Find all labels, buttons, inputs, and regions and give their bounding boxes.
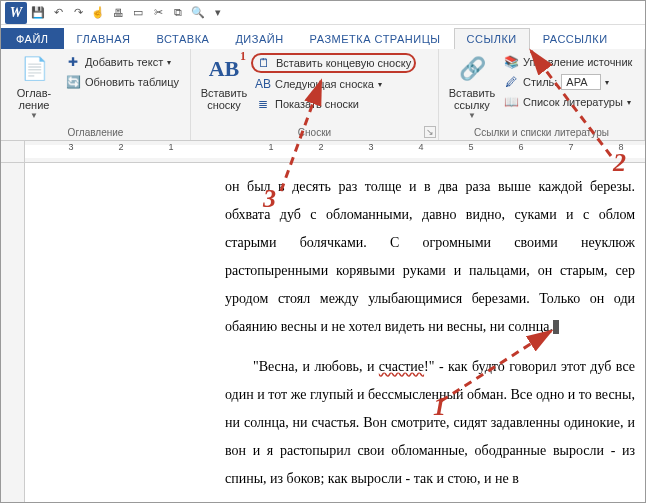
quick-access-toolbar: W 💾 ↶ ↷ ☝ 🖶 ▭ ✂ ⧉ 🔍 ▾ xyxy=(1,1,645,25)
group-toc-label: Оглавление xyxy=(7,125,184,140)
vertical-ruler[interactable] xyxy=(1,163,25,502)
save-icon[interactable]: 💾 xyxy=(29,4,47,22)
copy-icon[interactable]: ⧉ xyxy=(169,4,187,22)
group-footnotes: AB1 Вставить сноску 🗒 Вставить концевую … xyxy=(191,49,439,140)
tab-mailings[interactable]: РАССЫЛКИ xyxy=(530,28,621,49)
ribbon: 📄 Оглав- ление ▼ ✚ Добавить текст ▾ 🔄 Об… xyxy=(1,49,645,141)
citation-icon: 🔗 xyxy=(456,53,488,85)
document-area: он был в десять раз толще и в два раза в… xyxy=(1,163,645,502)
refresh-icon: 🔄 xyxy=(65,74,81,90)
endnote-icon: 🗒 xyxy=(256,55,272,71)
cut-icon[interactable]: ✂ xyxy=(149,4,167,22)
redo-icon[interactable]: ↷ xyxy=(69,4,87,22)
qat-more-icon[interactable]: ▾ xyxy=(209,4,227,22)
show-notes-label: Показать сноски xyxy=(275,98,359,110)
chevron-down-icon: ▾ xyxy=(167,58,171,67)
manage-sources-icon: 📚 xyxy=(503,54,519,70)
paragraph-1: он был в десять раз толще и в два раза в… xyxy=(225,173,635,341)
insert-endnote-label: Вставить концевую сноску xyxy=(276,57,411,69)
chevron-down-icon[interactable]: ▾ xyxy=(605,78,609,87)
new-doc-icon[interactable]: ▭ xyxy=(129,4,147,22)
footnotes-dialog-launcher[interactable]: ↘ xyxy=(424,126,436,138)
chevron-down-icon: ▼ xyxy=(468,111,476,120)
tab-insert[interactable]: ВСТАВКА xyxy=(144,28,223,49)
tab-home[interactable]: ГЛАВНАЯ xyxy=(64,28,144,49)
ruler-corner xyxy=(1,141,25,163)
touch-mode-icon[interactable]: ☝ xyxy=(89,4,107,22)
manage-sources-label: Управление источник xyxy=(523,56,632,68)
insert-citation-label: Вставить ссылку xyxy=(449,87,496,111)
footnote-badge: 1 xyxy=(240,49,246,64)
tab-references[interactable]: ССЫЛКИ xyxy=(454,28,530,49)
footnote-icon: AB1 xyxy=(208,53,240,85)
show-notes-button[interactable]: ≣ Показать сноски xyxy=(251,95,416,113)
horizontal-ruler[interactable]: 3 2 1 1 2 3 4 5 6 7 8 xyxy=(25,141,645,163)
ruler-area: 3 2 1 1 2 3 4 5 6 7 8 xyxy=(1,141,645,163)
paragraph-2: "Весна, и любовь, и счастие!" - как будт… xyxy=(225,353,635,493)
update-toc-label: Обновить таблицу xyxy=(85,76,179,88)
insert-citation-button[interactable]: 🔗 Вставить ссылку ▼ xyxy=(445,51,499,120)
bibliography-label: Список литературы xyxy=(523,96,623,108)
show-notes-icon: ≣ xyxy=(255,96,271,112)
find-icon[interactable]: 🔍 xyxy=(189,4,207,22)
tab-layout[interactable]: РАЗМЕТКА СТРАНИЦЫ xyxy=(297,28,454,49)
next-footnote-label: Следующая сноска xyxy=(275,78,374,90)
citation-style-row: 🖉 Стиль: APA ▾ xyxy=(499,73,636,91)
insert-endnote-button[interactable]: 🗒 Вставить концевую сноску xyxy=(251,53,416,73)
undo-icon[interactable]: ↶ xyxy=(49,4,67,22)
chevron-down-icon: ▾ xyxy=(627,98,631,107)
document-page[interactable]: он был в десять раз толще и в два раза в… xyxy=(25,163,645,502)
style-label: Стиль: xyxy=(523,76,557,88)
text-cursor xyxy=(553,320,559,334)
toc-icon: 📄 xyxy=(18,53,50,85)
bibliography-button[interactable]: 📖 Список литературы ▾ xyxy=(499,93,636,111)
spellcheck-squiggly: счастие xyxy=(379,359,424,374)
add-text-label: Добавить текст xyxy=(85,56,163,68)
next-footnote-button[interactable]: AB Следующая сноска ▾ xyxy=(251,75,416,93)
app-logo-icon: W xyxy=(5,2,27,24)
update-toc-button[interactable]: 🔄 Обновить таблицу xyxy=(61,73,183,91)
toc-label: Оглав- ление xyxy=(17,87,51,111)
insert-footnote-label: Вставить сноску xyxy=(201,87,248,111)
print-icon[interactable]: 🖶 xyxy=(109,4,127,22)
next-footnote-icon: AB xyxy=(255,76,271,92)
toc-button[interactable]: 📄 Оглав- ление ▼ xyxy=(7,51,61,120)
style-icon: 🖉 xyxy=(503,74,519,90)
insert-footnote-button[interactable]: AB1 Вставить сноску xyxy=(197,51,251,111)
bibliography-icon: 📖 xyxy=(503,94,519,110)
chevron-down-icon: ▾ xyxy=(378,80,382,89)
group-footnotes-label: Сноски xyxy=(197,125,432,140)
add-text-button[interactable]: ✚ Добавить текст ▾ xyxy=(61,53,183,71)
chevron-down-icon: ▼ xyxy=(30,111,38,120)
group-toc: 📄 Оглав- ление ▼ ✚ Добавить текст ▾ 🔄 Об… xyxy=(1,49,191,140)
add-text-icon: ✚ xyxy=(65,54,81,70)
tab-design[interactable]: ДИЗАЙН xyxy=(222,28,296,49)
tab-file[interactable]: ФАЙЛ xyxy=(1,28,64,49)
citation-style-select[interactable]: APA xyxy=(561,74,601,90)
manage-sources-button[interactable]: 📚 Управление источник xyxy=(499,53,636,71)
group-citations: 🔗 Вставить ссылку ▼ 📚 Управление источни… xyxy=(439,49,645,140)
group-citations-label: Ссылки и списки литературы xyxy=(445,125,638,140)
ribbon-tabs: ФАЙЛ ГЛАВНАЯ ВСТАВКА ДИЗАЙН РАЗМЕТКА СТР… xyxy=(1,25,645,49)
